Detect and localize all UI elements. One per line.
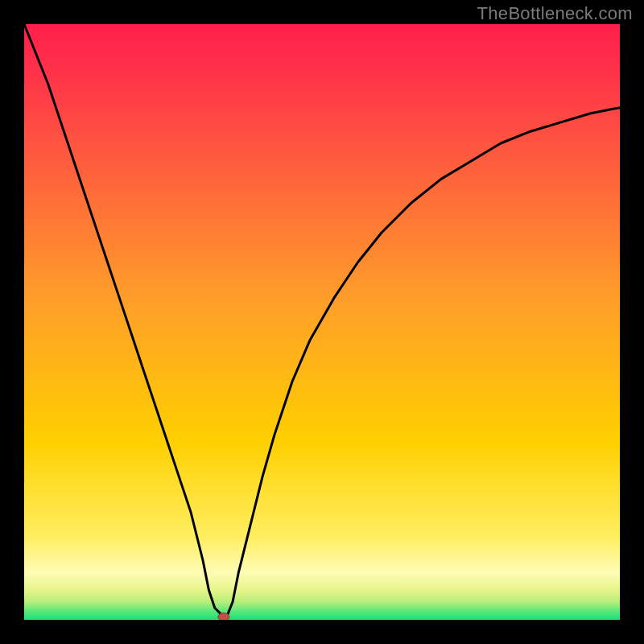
optimal-point-marker (218, 613, 229, 620)
plot-area (24, 24, 620, 620)
gradient-background (24, 24, 620, 620)
chart-frame: TheBottleneck.com (0, 0, 644, 644)
bottleneck-chart (24, 24, 620, 620)
watermark-text: TheBottleneck.com (477, 3, 633, 24)
